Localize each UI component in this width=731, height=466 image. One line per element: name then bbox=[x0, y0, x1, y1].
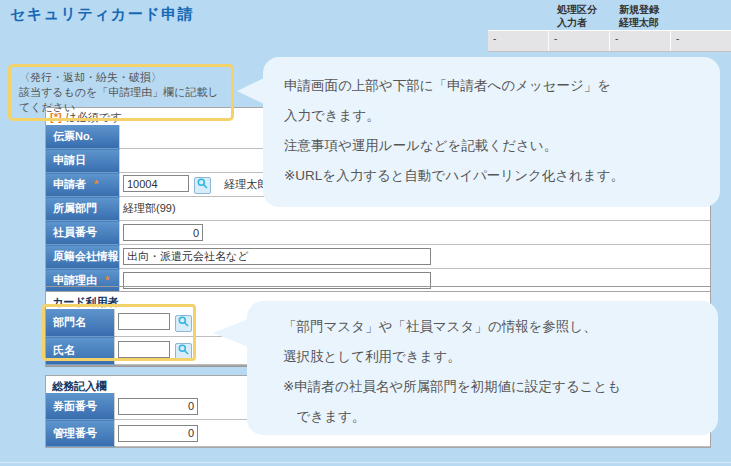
apply-date-label: 申請日 bbox=[46, 149, 120, 173]
search-icon bbox=[178, 316, 189, 327]
reason-notice-box: 〈発行・返却・紛失・破損〉 該当するものを「申請理由」欄に記載してください bbox=[8, 64, 234, 121]
slip-no-label: 伝票No. bbox=[46, 125, 120, 149]
bottom-divider bbox=[0, 462, 731, 463]
card-face-no-input[interactable] bbox=[118, 398, 198, 415]
person-name-label: 氏名 bbox=[46, 337, 115, 365]
notice-line: 該当するものを「申請理由」欄に記載してください bbox=[19, 85, 223, 115]
bubble-line: 「部門マスタ」や「社員マスタ」の情報を参照し、 bbox=[283, 312, 718, 342]
bubble-line: 入力できます。 bbox=[284, 101, 720, 131]
bubble-line: 選択肢として利用できます。 bbox=[283, 342, 718, 372]
status-cell: - bbox=[488, 31, 548, 51]
search-icon bbox=[197, 178, 208, 189]
reason-cell bbox=[120, 269, 711, 293]
operator-value: 経理太郎 bbox=[619, 16, 659, 29]
table-row: 社員番号 bbox=[46, 221, 710, 245]
process-type-label: 処理区分 bbox=[557, 3, 597, 16]
search-icon bbox=[178, 344, 189, 355]
process-type-value: 新規登録 bbox=[619, 3, 659, 16]
bubble-line: ※申請者の社員名や所属部門を初期値に設定することも bbox=[283, 372, 718, 402]
message-bubble-bottom: 「部門マスタ」や「社員マスタ」の情報を参照し、 選択肢として利用できます。 ※申… bbox=[247, 301, 718, 435]
required-asterisk: * bbox=[94, 178, 98, 190]
employee-no-input[interactable] bbox=[123, 224, 203, 241]
status-cell: - bbox=[610, 31, 670, 51]
card-face-no-label: 券面番号 bbox=[46, 393, 115, 420]
bubble-line: できます。 bbox=[283, 402, 718, 432]
department-label: 所属部門 bbox=[46, 197, 120, 221]
control-no-label: 管理番号 bbox=[46, 420, 115, 447]
bubble-line: 申請画面の上部や下部に「申請者へのメッセージ」を bbox=[284, 71, 720, 101]
bubble-line: ※URLを入力すると自動でハイパーリンク化されます。 bbox=[284, 161, 720, 191]
person-name-input[interactable] bbox=[118, 341, 170, 358]
person-name-lookup-button[interactable] bbox=[175, 343, 192, 360]
applicant-lookup-button[interactable] bbox=[194, 177, 211, 194]
security-card-application-screen: セキュリティカード申請 処理区分 新規登録 入力者 経理太郎 - - - - 〈… bbox=[0, 0, 731, 466]
employee-no-cell bbox=[120, 221, 711, 245]
control-no-input[interactable] bbox=[118, 425, 198, 442]
applicant-label: 申請者* bbox=[46, 173, 120, 197]
dept-name-lookup-button[interactable] bbox=[175, 315, 192, 332]
bubble-line: 注意事項や運用ルールなどを記載ください。 bbox=[284, 131, 720, 161]
applicant-name: 経理太郎 bbox=[224, 178, 268, 190]
status-cell: - bbox=[671, 31, 731, 51]
origin-company-label: 原籍会社情報 bbox=[46, 245, 120, 269]
status-cell: - bbox=[549, 31, 609, 51]
operator-label: 入力者 bbox=[557, 16, 597, 29]
table-row: 原籍会社情報 bbox=[46, 245, 710, 269]
dept-name-input[interactable] bbox=[118, 313, 170, 330]
page-title: セキュリティカード申請 bbox=[10, 5, 194, 24]
section-divider bbox=[45, 286, 711, 287]
table-row: 申請理由* bbox=[46, 269, 710, 293]
notice-line: 〈発行・返却・紛失・破損〉 bbox=[19, 70, 223, 85]
status-cells: - - - - bbox=[488, 30, 731, 52]
header-meta: 処理区分 新規登録 入力者 経理太郎 bbox=[557, 3, 659, 29]
message-bubble-top: 申請画面の上部や下部に「申請者へのメッセージ」を 入力できます。 注意事項や運用… bbox=[263, 57, 720, 207]
applicant-code-input[interactable] bbox=[123, 175, 189, 192]
reason-label: 申請理由* bbox=[46, 269, 120, 293]
origin-company-input[interactable] bbox=[123, 248, 431, 265]
origin-company-cell bbox=[120, 245, 711, 269]
required-asterisk: * bbox=[105, 274, 109, 286]
dept-name-label: 部門名 bbox=[46, 309, 115, 337]
employee-no-label: 社員番号 bbox=[46, 221, 120, 245]
